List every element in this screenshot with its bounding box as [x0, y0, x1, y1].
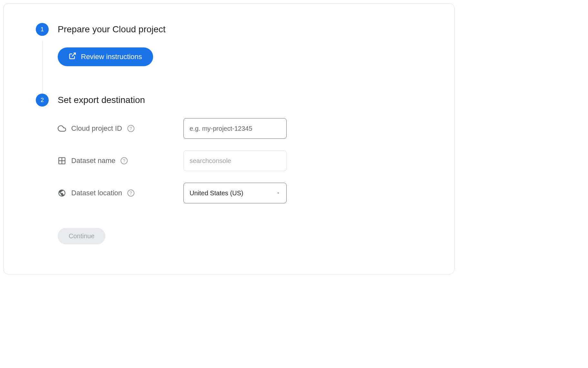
dataset-name-row: Dataset name ?: [58, 150, 422, 171]
chevron-down-icon: [276, 189, 280, 197]
globe-icon: [58, 189, 66, 197]
dataset-name-label: Dataset name: [71, 157, 115, 165]
step-2-number-badge: 2: [36, 94, 49, 107]
step-1: 1 Prepare your Cloud project Review inst…: [36, 23, 422, 94]
step-2: 2 Set export destination Cloud project I…: [36, 94, 422, 244]
project-id-input[interactable]: [183, 118, 287, 139]
setup-wizard-card: 1 Prepare your Cloud project Review inst…: [3, 3, 455, 274]
open-external-icon: [69, 52, 76, 62]
cloud-icon: [58, 124, 66, 133]
step-1-title: Prepare your Cloud project: [58, 24, 166, 35]
step-1-header: 1 Prepare your Cloud project: [36, 23, 422, 36]
svg-line-0: [72, 53, 75, 56]
step-2-content: Cloud project ID ? Dataset name: [36, 118, 422, 244]
review-instructions-button[interactable]: Review instructions: [58, 47, 153, 66]
step-2-header: 2 Set export destination: [36, 94, 422, 107]
dataset-name-label-group: Dataset name ?: [58, 157, 183, 165]
review-instructions-label: Review instructions: [81, 53, 142, 61]
project-id-row: Cloud project ID ?: [58, 118, 422, 139]
dataset-location-select[interactable]: United States (US): [183, 183, 287, 203]
help-icon[interactable]: ?: [127, 125, 134, 132]
step-1-number-badge: 1: [36, 23, 49, 36]
dataset-name-input[interactable]: [183, 150, 287, 171]
step-1-content: Review instructions: [36, 47, 422, 94]
project-id-label-group: Cloud project ID ?: [58, 124, 183, 133]
help-icon[interactable]: ?: [121, 157, 128, 164]
step-2-title: Set export destination: [58, 95, 145, 105]
dataset-location-label-group: Dataset location ?: [58, 189, 183, 197]
dataset-location-selected: United States (US): [190, 189, 243, 197]
continue-button[interactable]: Continue: [58, 228, 105, 244]
dataset-location-label: Dataset location: [71, 189, 122, 197]
project-id-label: Cloud project ID: [71, 124, 122, 133]
step-connector-line: [42, 41, 43, 97]
dataset-location-row: Dataset location ? United States (US): [58, 183, 422, 203]
dataset-icon: [58, 157, 66, 165]
help-icon[interactable]: ?: [127, 189, 134, 197]
